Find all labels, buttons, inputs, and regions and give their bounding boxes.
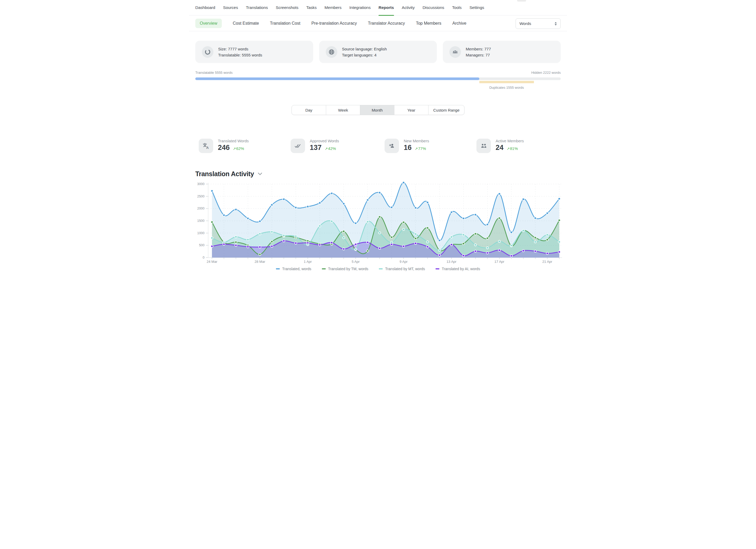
summary-card-text: Size: 7777 wordsTranslatable: 5555 words xyxy=(218,46,262,58)
people-icon xyxy=(476,139,491,153)
trend-up-icon: ↗ xyxy=(507,147,510,151)
legend-item-1[interactable]: Translated by TM, words xyxy=(322,267,368,271)
subnav-item-pre-translation-accuracy[interactable]: Pre-translation Accuracy xyxy=(311,19,357,28)
svg-text:1500: 1500 xyxy=(197,219,204,223)
progress-labels: Translatable 5555 words Hidden 2222 word… xyxy=(195,71,561,75)
units-select[interactable]: Words xyxy=(516,18,561,29)
kpi-delta: ↗81% xyxy=(507,146,518,151)
nav-item-tasks[interactable]: Tasks xyxy=(306,0,317,15)
person-add-icon xyxy=(385,139,399,153)
kpi-value: 24 xyxy=(496,144,503,152)
nav-item-discussions[interactable]: Discussions xyxy=(423,0,444,15)
kpi-delta: ↗77% xyxy=(415,146,426,151)
kpi-delta-value: 42% xyxy=(328,146,336,151)
subnav-item-translation-cost[interactable]: Translation Cost xyxy=(270,19,300,28)
kpi-body: Approved Words137↗42% xyxy=(310,139,339,153)
reports-overview-page: DashboardSourcesTranslationsScreenshotsT… xyxy=(189,0,567,275)
summary-card-line: Managers: 77 xyxy=(466,52,491,58)
trend-up-icon: ↗ xyxy=(233,147,236,151)
subnav-item-overview[interactable]: Overview xyxy=(195,19,222,28)
kpi-delta-value: 77% xyxy=(418,146,426,151)
summary-card: Size: 7777 wordsTranslatable: 5555 words xyxy=(195,41,313,63)
svg-text:3000: 3000 xyxy=(197,182,204,186)
chart-legend: Translated, wordsTranslated by TM, words… xyxy=(189,267,567,271)
svg-text:500: 500 xyxy=(199,243,204,247)
kpi-body: New Members16↗77% xyxy=(404,139,429,153)
nav-item-screenshots[interactable]: Screenshots xyxy=(276,0,298,15)
section-title: Translation Activity xyxy=(195,170,254,178)
summary-card: Source language: EnglishTarget languages… xyxy=(319,41,437,63)
project-summary-cards: Size: 7777 wordsTranslatable: 5555 words… xyxy=(195,41,561,63)
range-tab-custom-range[interactable]: Custom Range xyxy=(428,105,464,115)
progress-ring-icon xyxy=(202,46,213,58)
svg-text:5 Apr: 5 Apr xyxy=(352,260,360,264)
range-tab-year[interactable]: Year xyxy=(394,105,428,115)
range-tab-week[interactable]: Week xyxy=(326,105,360,115)
svg-text:9 Apr: 9 Apr xyxy=(400,260,408,264)
kpi-value: 16 xyxy=(404,144,412,152)
range-tab-day[interactable]: Day xyxy=(292,105,326,115)
kpi-approved-words: Approved Words137↗42% xyxy=(291,139,339,153)
nav-item-reports[interactable]: Reports xyxy=(379,0,394,15)
summary-card-line: Translatable: 5555 words xyxy=(218,52,262,58)
kpi-translated-words: ATranslated Words246↗62% xyxy=(199,139,249,153)
units-select-value: Words xyxy=(519,21,531,26)
nav-item-translations[interactable]: Translations xyxy=(246,0,268,15)
duplicates-label: Duplicates 1555 words xyxy=(464,86,550,90)
nav-item-activity[interactable]: Activity xyxy=(402,0,415,15)
svg-text:28 Mar: 28 Mar xyxy=(255,260,265,264)
svg-text:21 Apr: 21 Apr xyxy=(542,260,552,264)
kpi-new-members: New Members16↗77% xyxy=(385,139,429,153)
subnav-item-top-members[interactable]: Top Members xyxy=(416,19,441,28)
nav-item-settings[interactable]: Settings xyxy=(470,0,484,15)
chevron-down-icon[interactable] xyxy=(258,172,262,175)
nav-item-dashboard[interactable]: Dashboard xyxy=(195,0,215,15)
subnav-item-cost-estimate[interactable]: Cost Estimate xyxy=(233,19,259,28)
nav-item-integrations[interactable]: Integrations xyxy=(349,0,371,15)
kpi-value-row: 16↗77% xyxy=(404,144,429,152)
subnav-item-archive[interactable]: Archive xyxy=(452,19,466,28)
svg-text:17 Apr: 17 Apr xyxy=(495,260,505,264)
chart-svg: 05001000150020002500300024 Mar28 Mar1 Ap… xyxy=(189,181,567,266)
svg-text:0: 0 xyxy=(203,256,204,259)
summary-card: Members: 777Managers: 77 xyxy=(443,41,561,63)
svg-text:1000: 1000 xyxy=(197,231,204,235)
svg-text:A: A xyxy=(206,145,209,149)
legend-label: Translated, words xyxy=(282,267,311,271)
legend-swatch xyxy=(322,268,326,269)
legend-label: Translated by MT, words xyxy=(385,267,425,271)
legend-swatch xyxy=(435,268,439,269)
legend-swatch xyxy=(379,268,383,269)
legend-label: Translated by AI, words xyxy=(442,267,480,271)
kpi-label: Approved Words xyxy=(310,139,339,143)
kpi-cards: ATranslated Words246↗62%Approved Words13… xyxy=(189,139,567,157)
duplicates-bar xyxy=(479,81,534,83)
legend-item-3[interactable]: Translated by AI, words xyxy=(435,267,480,271)
hidden-label: Hidden 2222 words xyxy=(531,71,561,75)
kpi-delta-value: 62% xyxy=(236,146,244,151)
svg-text:2000: 2000 xyxy=(197,207,204,210)
summary-card-text: Source language: EnglishTarget languages… xyxy=(342,46,387,58)
range-tab-month[interactable]: Month xyxy=(360,105,394,115)
kpi-value: 246 xyxy=(218,144,230,152)
reports-subnav: OverviewCost EstimateTranslation CostPre… xyxy=(189,16,567,31)
kpi-active-members: Active Members24↗81% xyxy=(476,139,524,153)
nav-item-sources[interactable]: Sources xyxy=(223,0,238,15)
kpi-body: Active Members24↗81% xyxy=(496,139,524,153)
members-group-icon xyxy=(449,46,461,58)
translation-activity-chart: 05001000150020002500300024 Mar28 Mar1 Ap… xyxy=(189,181,567,266)
subnav-item-translator-accuracy[interactable]: Translator Accuracy xyxy=(368,19,405,28)
svg-text:13 Apr: 13 Apr xyxy=(447,260,456,264)
globe-icon xyxy=(326,46,337,58)
kpi-delta-value: 81% xyxy=(510,146,518,151)
section-title-row: Translation Activity xyxy=(195,170,262,178)
svg-text:1 Apr: 1 Apr xyxy=(304,260,312,264)
translatable-label: Translatable 5555 words xyxy=(195,71,233,75)
nav-item-tools[interactable]: Tools xyxy=(452,0,461,15)
legend-item-2[interactable]: Translated by MT, words xyxy=(379,267,425,271)
nav-item-members[interactable]: Members xyxy=(324,0,342,15)
kpi-delta: ↗62% xyxy=(233,146,244,151)
summary-card-line: Members: 777 xyxy=(466,46,491,52)
kpi-value-row: 24↗81% xyxy=(496,144,524,152)
legend-item-0[interactable]: Translated, words xyxy=(276,267,311,271)
